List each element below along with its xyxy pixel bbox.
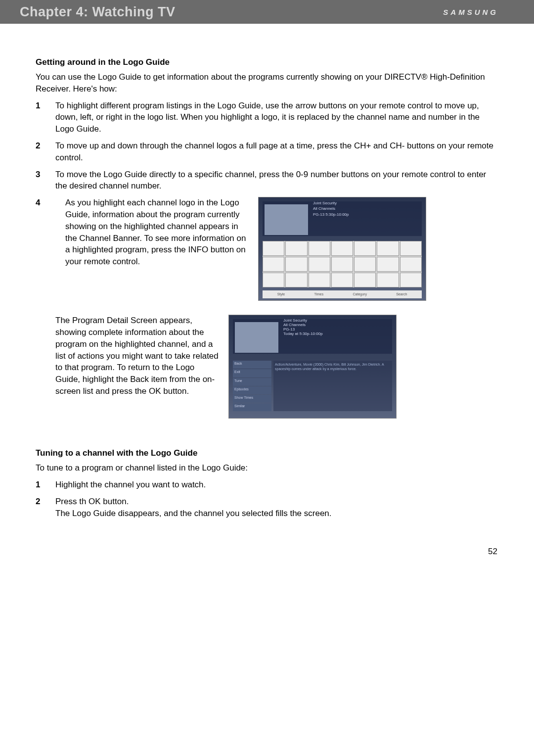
step-text: To move up and down through the channel … [55, 140, 498, 164]
section1-heading: Getting around in the Logo Guide [36, 57, 498, 67]
step-number: 4 [36, 197, 55, 209]
screenshot2-title: Joint Security [283, 318, 307, 323]
program-detail-screenshot: Joint Security All Channels PG-13 Today … [228, 315, 397, 419]
screenshot2-schedule: Today at 5:30p-10:00p [283, 331, 323, 336]
step-item: 4 As you highlight each channel logo in … [36, 197, 498, 307]
sidebar-exit: Exit [233, 369, 271, 377]
step-number: 2 [36, 140, 55, 164]
step-text: To highlight different program listings … [55, 100, 498, 135]
section1-steps: 1 To highlight different program listing… [36, 100, 498, 307]
step-text: Highlight the channel you want to watch. [55, 479, 498, 491]
section2-steps: 1 Highlight the channel you want to watc… [36, 479, 498, 519]
sidebar-showtimes: Show Times [233, 395, 271, 403]
section2-intro: To tune to a program or channel listed i… [36, 462, 498, 474]
screenshot2-subtitle: All Channels [283, 323, 306, 327]
step-number: 2 [36, 496, 55, 520]
logo-guide-screenshot: Joint Security All Channels PG-13 5:30p-… [258, 197, 426, 301]
footer-category: Category [353, 292, 366, 297]
page-number: 52 [36, 547, 498, 557]
detail-paragraph: The Program Detail Screen appears, showi… [36, 315, 219, 397]
detail-prefix: The Program Detail Screen appears, showi… [55, 316, 219, 384]
logo-grid [263, 241, 422, 287]
step-text: To move the Logo Guide directly to a spe… [55, 169, 498, 192]
detail-paragraph-row: The Program Detail Screen appears, showi… [36, 315, 498, 425]
sidebar-back: Back [233, 361, 271, 369]
step-number: 1 [36, 100, 55, 135]
section2-heading: Tuning to a channel with the Logo Guide [36, 448, 498, 458]
screenshot1-rating: PG-13 [313, 212, 324, 217]
sidebar-similar: Similar [233, 403, 271, 411]
screenshot-footer: Style Times Category Search [263, 290, 422, 298]
step-item: 3 To move the Logo Guide directly to a s… [36, 169, 498, 192]
footer-search: Search [396, 292, 407, 297]
detail-italic: Back [130, 375, 149, 384]
header-bar: Chapter 4: Watching TV SAMSUNG [0, 0, 534, 24]
step-number: 1 [36, 479, 55, 491]
footer-style: Style [277, 292, 285, 297]
brand-logo: SAMSUNG [443, 8, 498, 16]
step-item: 1 To highlight different program listing… [36, 100, 498, 135]
step-item: 2 To move up and down through the channe… [36, 140, 498, 164]
screenshot1-time: 5:30p-10:00p [325, 212, 349, 217]
section2: Tuning to a channel with the Logo Guide … [36, 448, 498, 519]
page-content: Getting around in the Logo Guide You can… [0, 24, 534, 557]
chapter-title: Chapter 4: Watching TV [20, 4, 176, 20]
step-text: Press th OK button. The Logo Guide disap… [55, 496, 498, 520]
step-text: As you highlight each channel logo in th… [65, 197, 248, 268]
sidebar-tune: Tune [233, 378, 271, 386]
detail-main: Action/Adventure, Movie (2000) Chris Kim… [273, 361, 392, 411]
screenshot1-title: Joint Security [313, 201, 337, 205]
step-number: 3 [36, 169, 55, 192]
screenshot2-desc: Action/Adventure, Movie (2000) Chris Kim… [275, 363, 384, 371]
screenshot1-subtitle: All Channels [313, 206, 335, 211]
screenshot2-rating: PG-13 [283, 327, 295, 331]
detail-sidebar: Back Exit Tune Episodes Show Times Simil… [233, 361, 271, 411]
section1-intro: You can use the Logo Guide to get inform… [36, 71, 498, 95]
step-item: 2 Press th OK button. The Logo Guide dis… [36, 496, 498, 520]
footer-times: Times [314, 292, 323, 297]
sidebar-episodes: Episodes [233, 386, 271, 394]
step-item: 1 Highlight the channel you want to watc… [36, 479, 498, 491]
